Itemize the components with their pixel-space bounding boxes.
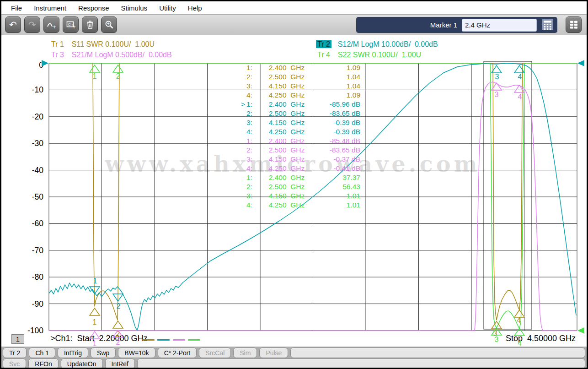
y-axis-label: -60 (32, 219, 44, 228)
marker-table-frequency: 2.500 GHz (269, 109, 305, 117)
marker-2-label-tr4: 2 (116, 72, 120, 80)
keypad-button[interactable] (541, 18, 554, 32)
marker-4-triangle-tr1[interactable] (514, 310, 524, 317)
marker-table-value: 1.01 (347, 201, 360, 209)
add-trace-icon: + (47, 20, 57, 30)
y-axis-label: 0 (39, 60, 43, 70)
softkey-ch-1[interactable]: Ch 1 (29, 347, 55, 358)
softkey-intref[interactable]: IntRef (105, 358, 135, 369)
marker-2-triangle-tr1[interactable] (113, 321, 123, 328)
zoom-button[interactable]: + (101, 16, 117, 33)
marker-table-index: 1: (246, 137, 252, 145)
trace-legend-tr4[interactable]: Tr 4S22 SWR 0.100U/ 1.00U (316, 51, 421, 59)
marker-3-triangle-tr3[interactable] (492, 83, 502, 90)
y-axis-label: -30 (32, 139, 44, 148)
marker-table-index: 4: (246, 91, 252, 99)
layout-button[interactable] (566, 16, 582, 33)
marker-2-triangle-tr4[interactable] (113, 65, 123, 72)
marker-input[interactable] (462, 19, 537, 32)
marker-table-value: 1.09 (347, 91, 360, 99)
svg-text:Ch: Ch (68, 22, 72, 27)
marker-table-value: -0.39 dB (333, 128, 360, 136)
marker-table-index: 4: (246, 164, 252, 172)
softkey-c-2-port[interactable]: C* 2-Port (158, 347, 197, 358)
marker-table-value: -85.96 dB (330, 100, 360, 108)
softkey-swp[interactable]: Swp (91, 347, 116, 358)
menu-item-response[interactable]: Response (72, 4, 115, 12)
marker-table-frequency: 2.500 GHz (269, 73, 305, 81)
status-line: 1 >Ch1: Start 2.20000 GHz Stop 4.50000 G… (1, 331, 587, 347)
trace-legend-tr3[interactable]: Tr 3S21/M LogM 0.500dB/ 0.00dB (50, 51, 172, 59)
layout-grid-icon (569, 20, 579, 30)
softkey-rfon[interactable]: RFOn (28, 358, 58, 369)
zoom-icon: + (104, 20, 114, 30)
softkey-empty (137, 358, 585, 369)
marker-table-value: 1.04 (347, 73, 361, 81)
marker-4-triangle-tr2[interactable] (514, 65, 524, 73)
menu-item-instrument[interactable]: Instrument (28, 4, 72, 12)
marker-table-frequency: 4.150 GHz (269, 119, 305, 126)
trash-icon (85, 20, 95, 30)
softkey-tr-2[interactable]: Tr 2 (3, 347, 27, 358)
softkey-inttrig[interactable]: IntTrig (58, 347, 88, 358)
marker-table-value: -0.37 dB (333, 155, 360, 163)
trace-tr1-curve (49, 63, 577, 320)
marker-table-index: 3: (246, 82, 252, 90)
marker-table-frequency: 4.250 GHz (269, 91, 305, 99)
marker-table-frequency: 4.250 GHz (269, 201, 305, 209)
marker-1-triangle-tr2[interactable] (90, 287, 100, 294)
softkey-updateon[interactable]: UpdateOn (61, 358, 103, 369)
marker-1-triangle-tr1[interactable] (90, 308, 100, 315)
menu-item-file[interactable]: File (5, 4, 28, 12)
trace-id: Tr 4 (316, 51, 331, 59)
marker-table-frequency: 4.150 GHz (269, 82, 305, 90)
trace3-dash (173, 339, 185, 341)
marker-4-triangle-tr3[interactable] (514, 85, 524, 92)
keypad-icon (541, 18, 554, 31)
add-channel-button[interactable]: Ch+ (63, 16, 79, 33)
y-axis-label: -70 (32, 246, 44, 255)
marker-table-frequency: 2.400 GHz (269, 64, 305, 71)
marker-table-value: -83.65 dB (330, 146, 360, 154)
vna-window: FileInstrumentResponseStimulusUtilityHel… (0, 0, 588, 369)
menu-item-stimulus[interactable]: Stimulus (115, 4, 154, 12)
trace-id: Tr 1 (50, 40, 65, 48)
marker-2-label-tr2: 2 (117, 302, 121, 310)
marker-3-triangle-tr1[interactable] (492, 321, 502, 329)
add-channel-icon: Ch+ (66, 20, 76, 30)
marker-3-triangle-tr2[interactable] (492, 65, 502, 73)
marker-table-frequency: 4.250 GHz (269, 164, 305, 172)
marker-table-value: 37.37 (342, 174, 360, 181)
zoom-window-rect (484, 61, 532, 329)
softkey-row-2: SvcRFOnUpdateOnIntRef (3, 358, 585, 369)
marker-1-triangle-tr4[interactable] (90, 65, 100, 72)
menu-item-help[interactable]: Help (182, 4, 208, 12)
add-trace-button[interactable]: + (43, 16, 59, 33)
undo-button[interactable]: ↶ (5, 16, 21, 33)
trace-id: Tr 3 (50, 51, 65, 59)
marker-table-value: 56.43 (342, 183, 360, 190)
softkey-bw-10k[interactable]: BW=10k (118, 347, 155, 358)
delete-button[interactable] (82, 16, 98, 33)
sweep-start-label: >Ch1: Start 2.20000 GHz (50, 334, 148, 343)
marker-table-value: -0.41 dB (333, 164, 360, 172)
menu-item-utility[interactable]: Utility (153, 4, 182, 12)
marker-table-index: 1: (246, 64, 252, 71)
trace-tr4-curve (49, 63, 577, 328)
marker-table-value: -85.48 dB (330, 137, 360, 145)
marker-table-frequency: 2.500 GHz (269, 146, 305, 154)
trace-legend-tr2[interactable]: Tr 2S12/M LogM 10.00dB/ 0.00dB (316, 40, 438, 49)
marker-table-active-arrow: > (241, 100, 245, 108)
marker-2-triangle-tr2[interactable] (113, 294, 123, 301)
softkey-svc: Svc (3, 358, 26, 369)
softkey-row-1: Tr 2Ch 1IntTrigSwpBW=10kC* 2-PortSrcCalS… (3, 347, 585, 358)
trace-legend-tr1[interactable]: Tr 1S11 SWR 0.100U/ 1.00U (50, 40, 155, 49)
channel-indicator[interactable]: 1 (11, 334, 24, 344)
marker-table-frequency: 4.150 GHz (269, 192, 305, 200)
svg-text:+: + (53, 24, 56, 30)
trace4-dash (188, 339, 200, 341)
plot-svg: www.xahxmicrowave.com0-10-20-30-40-50-60… (1, 35, 587, 347)
marker-4-label-tr1: 4 (517, 316, 521, 324)
marker-panel: Marker 1 (356, 17, 557, 33)
y-axis-label: -50 (32, 192, 44, 201)
